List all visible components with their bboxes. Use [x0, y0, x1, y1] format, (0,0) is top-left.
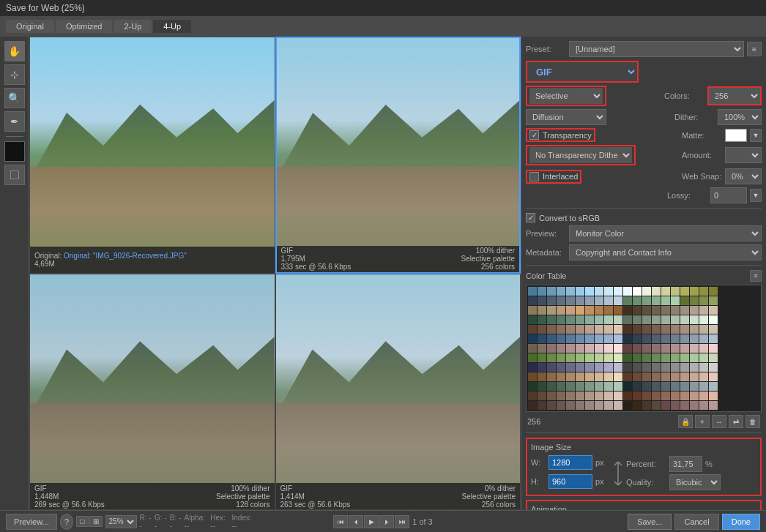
interlaced-checkbox[interactable]	[529, 172, 539, 181]
color-cell[interactable]	[661, 296, 670, 305]
color-cell[interactable]	[671, 306, 680, 315]
color-cell[interactable]	[576, 391, 584, 400]
color-cell[interactable]	[642, 363, 651, 372]
color-cell[interactable]	[576, 363, 584, 372]
color-cell[interactable]	[661, 382, 670, 391]
color-cell[interactable]	[661, 353, 670, 362]
color-cell[interactable]	[633, 401, 642, 410]
color-cell[interactable]	[557, 315, 565, 324]
color-cell[interactable]	[538, 296, 546, 305]
color-table-menu-btn[interactable]: ≡	[750, 270, 762, 282]
color-cell[interactable]	[585, 401, 594, 410]
color-cell[interactable]	[595, 306, 603, 315]
color-cell[interactable]	[633, 325, 642, 334]
color-cell[interactable]	[604, 372, 613, 381]
color-cell[interactable]	[671, 353, 680, 362]
shift-color-btn[interactable]: ⇄	[729, 415, 743, 428]
map-color-btn[interactable]: ↔	[712, 415, 726, 428]
color-cell[interactable]	[633, 287, 642, 296]
color-cell[interactable]	[652, 401, 661, 410]
hand-tool[interactable]: ✋	[4, 41, 25, 61]
width-input[interactable]	[549, 455, 592, 470]
color-cell[interactable]	[595, 325, 603, 334]
add-color-btn[interactable]: +	[695, 415, 710, 428]
color-cell[interactable]	[690, 363, 699, 372]
single-view-btn[interactable]: □	[76, 516, 88, 527]
color-cell[interactable]	[576, 287, 584, 296]
color-cell[interactable]	[547, 296, 556, 305]
color-cell[interactable]	[528, 382, 537, 391]
color-cell[interactable]	[614, 334, 622, 343]
color-cell[interactable]	[538, 372, 546, 381]
color-cell[interactable]	[604, 306, 613, 315]
matte-dropdown-btn[interactable]: ▼	[750, 129, 762, 142]
lossy-dropdown-btn[interactable]: ▼	[750, 189, 762, 202]
color-cell[interactable]	[623, 382, 632, 391]
color-cell[interactable]	[680, 344, 689, 353]
color-cell[interactable]	[547, 287, 556, 296]
color-cell[interactable]	[699, 306, 708, 315]
color-cell[interactable]	[671, 363, 680, 372]
color-cell[interactable]	[652, 306, 661, 315]
preset-select[interactable]: [Unnamed]	[569, 41, 744, 57]
color-cell[interactable]	[699, 372, 708, 381]
color-cell[interactable]	[538, 334, 546, 343]
color-cell[interactable]	[652, 353, 661, 362]
color-cell[interactable]	[690, 344, 699, 353]
color-cell[interactable]	[642, 325, 651, 334]
color-cell[interactable]	[538, 306, 546, 315]
color-cell[interactable]	[547, 344, 556, 353]
color-cell[interactable]	[642, 391, 651, 400]
color-cell[interactable]	[680, 334, 689, 343]
color-cell[interactable]	[528, 315, 537, 324]
color-cell[interactable]	[633, 306, 642, 315]
color-cell[interactable]	[633, 296, 642, 305]
color-cell[interactable]	[585, 315, 594, 324]
color-cell[interactable]	[547, 372, 556, 381]
color-cell[interactable]	[633, 382, 642, 391]
color-cell[interactable]	[528, 287, 537, 296]
color-cell[interactable]	[690, 287, 699, 296]
color-cell[interactable]	[614, 363, 622, 372]
zoom-tool[interactable]: 🔍	[4, 88, 25, 108]
color-cell[interactable]	[623, 306, 632, 315]
color-cell[interactable]	[661, 334, 670, 343]
color-cell[interactable]	[699, 391, 708, 400]
color-cell[interactable]	[566, 306, 575, 315]
cancel-button[interactable]: Cancel	[674, 514, 718, 530]
color-cell[interactable]	[557, 363, 565, 372]
color-cell[interactable]	[623, 391, 632, 400]
convert-srgb-checkbox[interactable]	[526, 213, 535, 222]
color-cell[interactable]	[557, 306, 565, 315]
color-cell[interactable]	[595, 363, 603, 372]
color-cell[interactable]	[709, 287, 718, 296]
color-cell[interactable]	[699, 287, 708, 296]
color-cell[interactable]	[557, 353, 565, 362]
color-cell[interactable]	[557, 334, 565, 343]
color-cell[interactable]	[595, 296, 603, 305]
color-cell[interactable]	[709, 306, 718, 315]
color-cell[interactable]	[690, 391, 699, 400]
color-cell[interactable]	[709, 382, 718, 391]
metadata-select[interactable]: Copyright and Contact Info	[569, 244, 762, 261]
color-cell[interactable]	[614, 382, 622, 391]
color-cell[interactable]	[680, 363, 689, 372]
save-button[interactable]: Save...	[628, 514, 672, 530]
color-cell[interactable]	[671, 296, 680, 305]
color-cell[interactable]	[547, 325, 556, 334]
color-cell[interactable]	[642, 344, 651, 353]
color-cell[interactable]	[623, 296, 632, 305]
color-cell[interactable]	[528, 296, 537, 305]
prev-frame-btn[interactable]: ⏴	[349, 515, 363, 528]
color-cell[interactable]	[576, 315, 584, 324]
color-cell[interactable]	[671, 344, 680, 353]
color-cell[interactable]	[547, 363, 556, 372]
zoom-select[interactable]: 25%	[105, 515, 137, 528]
canvas-panel-gif1[interactable]: GIF 100% dither 1,795M Selective palette…	[275, 37, 521, 274]
eyedropper-tool[interactable]: ✒	[4, 111, 25, 132]
color-cell[interactable]	[671, 315, 680, 324]
matte-swatch[interactable]	[725, 129, 747, 142]
color-cell[interactable]	[585, 287, 594, 296]
size-link-icon[interactable]	[613, 460, 623, 487]
color-cell[interactable]	[614, 372, 622, 381]
